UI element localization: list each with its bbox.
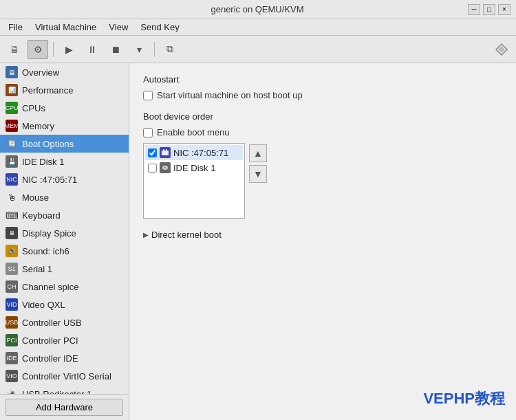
sidebar-label-controller-usb: Controller USB [22, 318, 82, 328]
svg-point-6 [164, 167, 166, 168]
sidebar-item-controller-usb[interactable]: USB Controller USB [0, 313, 129, 331]
video-qxl-icon: VID [6, 298, 18, 311]
sidebar: 🖥 Overview 📊 Performance CPU CPUs MEM Me… [0, 63, 129, 420]
boot-order-title: Boot device order [143, 111, 502, 122]
autostart-checkbox[interactable] [143, 91, 153, 100]
fullscreen-toolbar-btn[interactable]: ⧉ [160, 40, 180, 59]
sidebar-item-keyboard[interactable]: ⌨ Keyboard [0, 206, 129, 224]
sidebar-label-sound: Sound: ich6 [22, 246, 69, 256]
sidebar-label-overview: Overview [22, 67, 59, 78]
sidebar-label-mouse: Mouse [22, 192, 49, 203]
sidebar-item-serial[interactable]: S1 Serial 1 [0, 260, 129, 278]
autostart-checkbox-row: Start virtual machine on host boot up [143, 90, 502, 100]
sidebar-item-performance[interactable]: 📊 Performance [0, 81, 129, 99]
window-title: generic on QEMU/KVM [47, 4, 468, 14]
dropdown-toolbar-btn[interactable]: ▾ [129, 40, 149, 59]
sidebar-label-usb-redirector: USB Redirector 1 [22, 389, 92, 395]
maximize-button[interactable]: □ [483, 4, 495, 15]
move-down-button[interactable]: ▼ [249, 165, 267, 183]
window-controls: ─ □ × [468, 4, 510, 15]
nic-icon: NIC [6, 173, 18, 186]
move-up-button[interactable]: ▲ [249, 144, 267, 162]
sidebar-item-video-qxl[interactable]: VID Video QXL [0, 296, 129, 313]
sidebar-label-performance: Performance [22, 85, 73, 96]
keyboard-icon: ⌨ [6, 209, 18, 221]
sidebar-label-memory: Memory [22, 121, 54, 131]
sidebar-label-boot-options: Boot Options [22, 139, 74, 149]
boot-icon: 🔄 [6, 137, 18, 150]
stop-toolbar-btn[interactable]: ⏹ [105, 40, 126, 59]
settings-toolbar-btn[interactable]: ⚙ [28, 40, 48, 59]
expand-arrow-icon: ▶ [143, 231, 149, 239]
svg-rect-3 [163, 149, 164, 151]
enable-boot-menu-label: Enable boot menu [157, 127, 230, 137]
svg-rect-4 [166, 149, 167, 151]
sidebar-label-cpus: CPUs [22, 103, 45, 113]
sidebar-item-nic[interactable]: NIC NIC :47:05:71 [0, 170, 129, 188]
screen-toolbar-btn[interactable]: 🖥 [4, 40, 25, 59]
sidebar-item-display-spice[interactable]: 🖥 Display Spice [0, 224, 129, 242]
ide-disk-icon: 💾 [6, 155, 18, 168]
menu-file[interactable]: File [3, 21, 28, 34]
channel-spice-icon: CH [6, 280, 18, 293]
sidebar-label-controller-virtio: Controller VirtIO Serial [22, 371, 111, 382]
enable-boot-menu-checkbox[interactable] [143, 128, 153, 137]
sidebar-item-overview[interactable]: 🖥 Overview [0, 63, 129, 81]
controller-virtio-icon: VIO [6, 370, 18, 382]
sidebar-item-mouse[interactable]: 🖱 Mouse [0, 188, 129, 206]
boot-item-nic-label: NIC :47:05:71 [173, 148, 228, 158]
autostart-title: Autostart [143, 74, 502, 85]
title-bar: generic on QEMU/KVM ─ □ × [0, 0, 516, 19]
sidebar-item-cpus[interactable]: CPU CPUs [0, 99, 129, 117]
boot-list-item-disk[interactable]: IDE Disk 1 [145, 160, 243, 175]
memory-icon: MEM [6, 120, 18, 132]
add-hardware-button[interactable]: Add Hardware [6, 399, 123, 416]
toolbar-separator-1 [53, 42, 54, 57]
pause-toolbar-btn[interactable]: ⏸ [82, 40, 103, 59]
direct-kernel-label: Direct kernel boot [151, 230, 222, 240]
display-spice-icon: 🖥 [6, 227, 18, 239]
toolbar: 🖥 ⚙ ▶ ⏸ ⏹ ▾ ⧉ [0, 36, 516, 63]
sidebar-label-controller-ide: Controller IDE [22, 353, 78, 364]
sidebar-item-channel-spice[interactable]: CH Channel spice [0, 278, 129, 296]
nic-boot-icon [160, 147, 171, 158]
menu-bar: File Virtual Machine View Send Key [0, 19, 516, 36]
sidebar-item-controller-virtio[interactable]: VIO Controller VirtIO Serial [0, 367, 129, 385]
sidebar-item-controller-ide[interactable]: IDE Controller IDE [0, 349, 129, 367]
sidebar-label-video-qxl: Video QXL [22, 300, 65, 310]
boot-list: NIC :47:05:71 IDE Disk 1 [143, 143, 245, 219]
sidebar-item-boot-options[interactable]: 🔄 Boot Options [0, 135, 129, 153]
close-button[interactable]: × [498, 4, 510, 15]
menu-send-key[interactable]: Send Key [135, 21, 184, 34]
boot-arrows: ▲ ▼ [249, 143, 267, 219]
boot-item-disk-checkbox[interactable] [148, 164, 157, 173]
menu-virtual-machine[interactable]: Virtual Machine [30, 21, 102, 34]
sidebar-label-controller-pci: Controller PCI [22, 335, 78, 346]
boot-item-nic-checkbox[interactable] [148, 148, 157, 157]
usb-redirector-icon: 🔌 [6, 388, 18, 394]
performance-icon: 📊 [6, 84, 18, 96]
sidebar-item-controller-pci[interactable]: PCI Controller PCI [0, 331, 129, 349]
enable-boot-menu-row: Enable boot menu [143, 127, 502, 137]
menu-view[interactable]: View [103, 21, 133, 34]
overview-icon: 🖥 [6, 66, 18, 78]
sidebar-item-ide-disk[interactable]: 💾 IDE Disk 1 [0, 153, 129, 170]
autostart-label: Start virtual machine on host boot up [157, 90, 303, 100]
sidebar-label-serial: Serial 1 [22, 264, 52, 274]
play-toolbar-btn[interactable]: ▶ [58, 40, 79, 59]
boot-list-item-nic[interactable]: NIC :47:05:71 [145, 145, 243, 160]
sidebar-item-usb-redirector[interactable]: 🔌 USB Redirector 1 [0, 385, 129, 394]
sidebar-item-sound[interactable]: 🔊 Sound: ich6 [0, 242, 129, 260]
main-panel: Autostart Start virtual machine on host … [129, 63, 516, 420]
autostart-section: Autostart Start virtual machine on host … [143, 74, 502, 100]
mouse-icon: 🖱 [6, 191, 18, 203]
sidebar-item-memory[interactable]: MEM Memory [0, 117, 129, 135]
sidebar-label-channel-spice: Channel spice [22, 282, 78, 292]
sidebar-label-ide-disk: IDE Disk 1 [22, 157, 64, 167]
sidebar-items: 🖥 Overview 📊 Performance CPU CPUs MEM Me… [0, 63, 129, 394]
minimize-button[interactable]: ─ [468, 4, 480, 15]
controller-pci-icon: PCI [6, 334, 18, 346]
sidebar-footer: Add Hardware [0, 394, 129, 420]
direct-kernel-expand-row[interactable]: ▶ Direct kernel boot [143, 230, 502, 240]
boot-item-disk-label: IDE Disk 1 [173, 163, 215, 173]
